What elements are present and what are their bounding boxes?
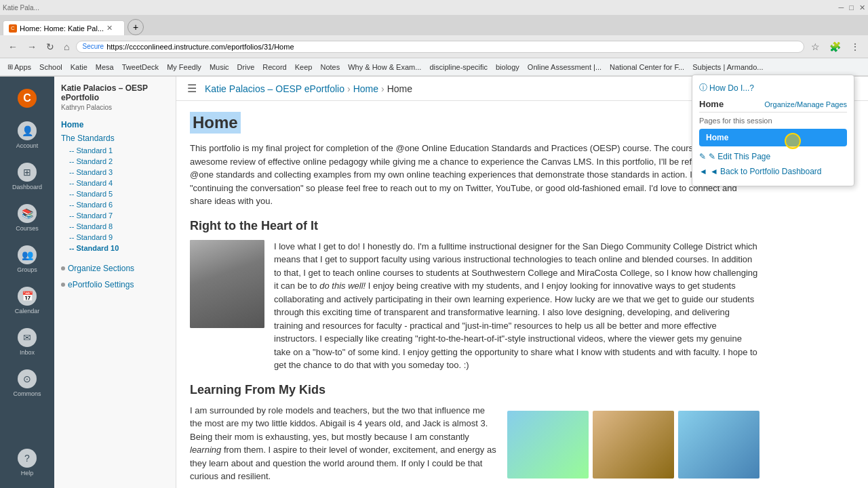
global-nav-logo[interactable]: C <box>3 83 51 113</box>
bookmark-tweetdeck[interactable]: TweetDeck <box>120 62 161 72</box>
secure-badge: Secure <box>82 43 104 50</box>
portfolio-navigation: Katie Palacios – OESP ePortfolio Kathryn… <box>54 77 176 488</box>
home-nav-button[interactable]: ⌂ <box>61 40 72 54</box>
kids-photo-3 <box>678 411 760 479</box>
edit-page-label: ✎ Edit This Page <box>709 152 770 161</box>
close-btn[interactable]: ✕ <box>859 3 865 12</box>
navigation-bar: ← → ↻ ⌂ Secure https://cccconlineed.inst… <box>0 35 868 58</box>
bookmark-national-center[interactable]: National Center for F... <box>608 62 686 72</box>
nav-section-organize: Organize Sections <box>61 260 169 277</box>
new-tab-button[interactable]: + <box>127 19 144 35</box>
nav-link-standard1[interactable]: -- Standard 1 <box>61 145 169 156</box>
nav-link-standard9[interactable]: -- Standard 9 <box>61 232 169 243</box>
canvas-logo-icon: C <box>18 89 37 108</box>
refresh-button[interactable]: ↻ <box>43 40 57 54</box>
home-page-label: Home <box>706 133 728 142</box>
forward-button[interactable]: → <box>24 40 39 54</box>
home-page-container: Home <box>699 129 847 146</box>
back-portfolio-link[interactable]: ◄ ◄ Back to Portfolio Dashboard <box>699 164 847 179</box>
breadcrumb-portfolio[interactable]: Katie Palacios – OESP ePortfolio <box>205 83 344 94</box>
global-nav-courses[interactable]: 📚 Courses <box>3 199 51 237</box>
calendar-label: Calendar <box>15 308 40 314</box>
nav-link-standards[interactable]: The Standards <box>61 131 169 145</box>
right-panel-header: Home Organize/Manage Pages <box>699 99 847 113</box>
bookmark-apps[interactable]: ⊞ Apps <box>5 62 33 72</box>
content-body: Home This portfolio is my final project … <box>176 101 773 488</box>
eportfolio-settings-link[interactable]: ePortfolio Settings <box>68 278 134 291</box>
nav-link-standard10[interactable]: -- Standard 10 <box>61 243 169 253</box>
how-do-i-label: How Do I...? <box>709 83 754 93</box>
how-do-i-link[interactable]: ⓘ How Do I...? <box>699 82 847 94</box>
bookmark-subjects[interactable]: Subjects | Armando... <box>690 62 765 72</box>
minimize-btn[interactable]: ─ <box>839 3 844 12</box>
nav-link-standard6[interactable]: -- Standard 6 <box>61 199 169 210</box>
bookmark-record[interactable]: Record <box>260 62 288 72</box>
tab-bar: C Home: Home: Katie Pal... ✕ + <box>0 15 868 35</box>
bookmark-katie[interactable]: Katie <box>68 62 90 72</box>
commons-label: Commons <box>13 390 41 397</box>
dashboard-icon: ⊞ <box>18 163 37 182</box>
bookmark-drive[interactable]: Drive <box>235 62 257 72</box>
title-bar: Katie Pala... ─ □ ✕ <box>0 0 868 15</box>
back-button[interactable]: ← <box>5 40 20 54</box>
global-nav-account[interactable]: 👤 Account <box>3 116 51 155</box>
nav-link-standard8[interactable]: -- Standard 8 <box>61 221 169 232</box>
bookmark-mesa[interactable]: Mesa <box>94 62 116 72</box>
global-nav-commons[interactable]: ⊙ Commons <box>3 364 51 403</box>
pages-session-label: Pages for this session <box>699 117 847 125</box>
menu-icon[interactable]: ☰ <box>187 82 197 95</box>
address-bar[interactable]: Secure https://cccconlineed.instructure.… <box>76 41 804 53</box>
home-page-button[interactable]: Home <box>699 129 847 146</box>
nav-link-standard2[interactable]: -- Standard 2 <box>61 156 169 167</box>
bookmark-biology[interactable]: biology <box>494 62 521 72</box>
edit-page-link[interactable]: ✎ ✎ Edit This Page <box>699 149 847 164</box>
maximize-btn[interactable]: □ <box>849 3 854 12</box>
global-nav-dashboard[interactable]: ⊞ Dashboard <box>3 157 51 196</box>
nav-link-standard7[interactable]: -- Standard 7 <box>61 210 169 221</box>
bookmark-notes[interactable]: Notes <box>318 62 342 72</box>
portfolio-title: Katie Palacios – OESP ePortfolio <box>61 83 169 102</box>
inbox-label: Inbox <box>20 349 35 356</box>
bookmark-star[interactable]: ☆ <box>808 40 823 54</box>
tab-favicon: C <box>9 24 17 33</box>
extensions-button[interactable]: 🧩 <box>827 40 844 54</box>
groups-label: Groups <box>17 266 37 273</box>
bookmark-keep[interactable]: Keep <box>293 62 315 72</box>
bookmark-music[interactable]: Music <box>208 62 231 72</box>
bookmark-myfeedly[interactable]: My Feedly <box>165 62 203 72</box>
settings-button[interactable]: ⋮ <box>848 40 863 54</box>
breadcrumb-home2: Home <box>387 83 412 94</box>
tab-close-button[interactable]: ✕ <box>106 24 113 33</box>
nav-dot-icon <box>61 266 65 270</box>
nav-section-settings: ePortfolio Settings <box>61 277 169 293</box>
global-nav-calendar[interactable]: 📅 Calendar <box>3 281 51 320</box>
page-title: Home <box>190 112 241 134</box>
bookmark-why-how[interactable]: Why & How & Exam... <box>346 62 423 72</box>
profile-image <box>190 240 264 328</box>
breadcrumb-home1[interactable]: Home <box>353 83 378 94</box>
active-tab[interactable]: C Home: Home: Katie Pal... ✕ <box>3 20 125 35</box>
section2-title: Learning From My Kids <box>190 383 760 397</box>
global-nav-help[interactable]: ? Help <box>3 443 51 482</box>
nav-link-standard3[interactable]: -- Standard 3 <box>61 167 169 178</box>
back-arrow-icon: ◄ <box>699 167 707 176</box>
courses-icon: 📚 <box>18 204 37 223</box>
organize-sections-link[interactable]: Organize Sections <box>68 262 134 275</box>
bookmark-online-assessment[interactable]: Online Assessment |... <box>526 62 604 72</box>
kids-photo-1 <box>507 411 589 479</box>
bookmark-school[interactable]: School <box>37 62 64 72</box>
url-text: https://cccconlineed.instructure.com/epo… <box>106 43 798 51</box>
cursor-highlight <box>785 133 801 149</box>
nav-link-standard4[interactable]: -- Standard 4 <box>61 178 169 188</box>
global-nav-groups[interactable]: 👥 Groups <box>3 240 51 279</box>
nav-link-standard5[interactable]: -- Standard 5 <box>61 188 169 199</box>
profile-section: I love what I get to do! I honestly do. … <box>190 240 760 372</box>
global-nav-inbox[interactable]: ✉ Inbox <box>3 323 51 361</box>
bookmark-discipline[interactable]: discipline-specific <box>427 62 490 72</box>
dashboard-label: Dashboard <box>12 184 42 190</box>
right-panel: ⓘ How Do I...? Home Organize/Manage Page… <box>692 75 854 186</box>
organize-manage-link[interactable]: Organize/Manage Pages <box>764 100 847 108</box>
tab-title: Home: Home: Katie Pal... <box>20 24 104 33</box>
nav-link-home[interactable]: Home <box>61 118 169 131</box>
nav-dot-settings-icon <box>61 283 65 287</box>
